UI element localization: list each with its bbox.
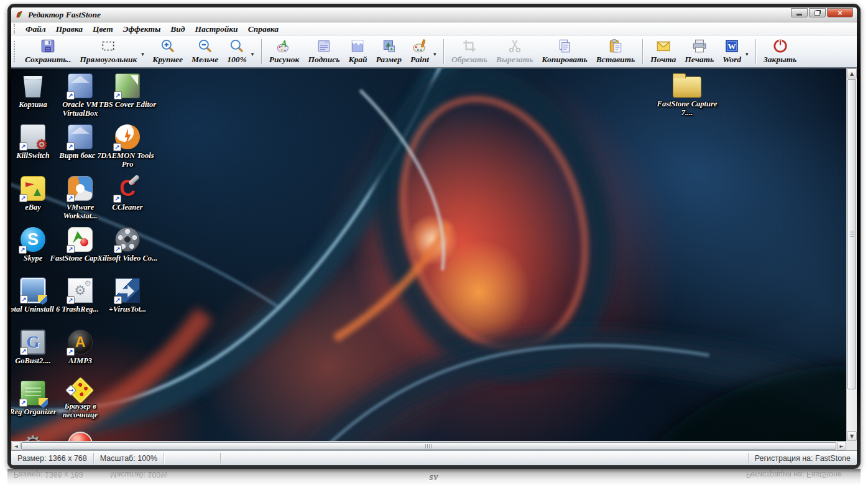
toolbar: Сохранить..Прямоугольник▾КрупнееМельче10… xyxy=(11,35,857,68)
scroll-up-button[interactable]: ▲ xyxy=(847,68,857,78)
toolbar-button-label: Почта xyxy=(650,55,676,65)
toolbar-button-label: Paint xyxy=(410,55,429,65)
menu-item-вид[interactable]: Вид xyxy=(165,24,190,34)
recycle-bin-icon xyxy=(21,73,45,98)
status-separator xyxy=(220,453,221,463)
resize-button[interactable]: Размер xyxy=(372,37,406,67)
dropdown-arrow-icon[interactable]: ▾ xyxy=(746,46,752,57)
shortcut-arrow-icon: ↗ xyxy=(67,91,75,100)
cut-icon xyxy=(507,38,523,54)
horizontal-scroll-track[interactable] xyxy=(21,442,837,450)
shortcut-arrow-icon: ↗ xyxy=(114,91,122,100)
image-canvas[interactable]: Корзина↗Oracle VM VirtualBox↗TBS Cover E… xyxy=(11,68,846,441)
image-viewport: Корзина↗Oracle VM VirtualBox↗TBS Cover E… xyxy=(11,68,857,450)
toolbar-separator xyxy=(642,39,643,64)
edge-icon xyxy=(349,38,366,54)
menu-item-эффекты[interactable]: Эффекты xyxy=(118,24,166,34)
menubar-gripper[interactable] xyxy=(14,24,17,34)
toolbar-button-label: 100% xyxy=(227,55,247,65)
vertical-scroll-track[interactable] xyxy=(847,78,856,431)
vertical-scroll-thumb[interactable] xyxy=(847,79,856,389)
reflected-status-zoom: Масштаб: 100% xyxy=(110,470,167,479)
draw-icon: A xyxy=(276,38,292,54)
icon-glyph: G xyxy=(26,334,39,351)
paint-button[interactable]: Paint xyxy=(406,37,433,67)
word-button[interactable]: WWord xyxy=(718,37,746,67)
shortcut-arrow-icon: ↗ xyxy=(19,194,27,202)
zoom-out-button[interactable]: Мельче xyxy=(187,37,223,67)
menu-item-файл[interactable]: Файл xyxy=(21,24,51,34)
virtualbox-icon: ↗ xyxy=(68,73,93,98)
caption-button[interactable]: Подпись xyxy=(303,37,344,67)
edge-button[interactable]: Край xyxy=(344,37,371,67)
desktop-icon-label: +VirusTot... xyxy=(96,305,159,313)
desktop-icon-label: Xilisoft Video Co... xyxy=(96,254,159,262)
paste-button[interactable]: Вставить xyxy=(592,37,639,67)
rect-select-icon xyxy=(100,38,116,54)
mail-icon xyxy=(655,38,672,54)
shortcut-arrow-icon: ↗ xyxy=(67,142,75,151)
horizontal-scrollbar[interactable]: ◄ ► xyxy=(11,441,846,450)
horizontal-scroll-thumb[interactable] xyxy=(21,442,836,450)
resize-icon xyxy=(381,38,397,54)
dropdown-arrow-icon[interactable]: ▾ xyxy=(141,46,148,57)
desktop-icon-virustotal: ↗+VirusTot... xyxy=(96,278,159,313)
toolbar-button-label: Размер xyxy=(376,55,402,65)
toolbar-gripper[interactable] xyxy=(14,41,17,62)
save-button[interactable]: Сохранить.. xyxy=(21,37,75,67)
scroll-down-button[interactable]: ▼ xyxy=(847,431,857,441)
menu-item-правка[interactable]: Правка xyxy=(51,24,88,34)
shortcut-arrow-icon: ↗ xyxy=(19,246,27,254)
draw-button[interactable]: AРисунок xyxy=(265,37,304,67)
dropdown-arrow-icon[interactable]: ▾ xyxy=(251,46,258,57)
total-uninstall-icon: ↗ xyxy=(21,278,45,303)
maximize-button[interactable] xyxy=(809,8,826,17)
power-button[interactable]: Закрыть xyxy=(759,37,801,67)
rect-select-button[interactable]: Прямоугольник xyxy=(75,37,141,67)
desktop-icon-label: AIMP3 xyxy=(49,356,111,365)
shortcut-arrow-icon: ↗ xyxy=(19,399,27,407)
shortcut-arrow-icon: ↗ xyxy=(19,142,27,151)
zoom-level-button[interactable]: 100% xyxy=(223,37,251,67)
app-icon xyxy=(15,10,24,19)
desktop-icon-label: TBS Cover Editor xyxy=(96,100,159,109)
minimize-button[interactable] xyxy=(791,8,808,17)
desktop-icon-sandbox-browser: ↗Браузер в песочнице xyxy=(49,381,111,420)
scroll-left-button[interactable]: ◄ xyxy=(11,442,21,450)
folder-icon xyxy=(673,77,701,98)
reflected-status-registration: Регистрация на: FastStone xyxy=(746,470,842,479)
xilisoft-icon: ↗ xyxy=(115,227,140,252)
toolbar-group: Сохранить..Прямоугольник▾КрупнееМельче10… xyxy=(21,37,258,67)
toolbar-button-label: Вставить xyxy=(596,55,635,65)
mail-button[interactable]: Почта xyxy=(646,37,680,67)
menu-item-настройки[interactable]: Настройки xyxy=(190,24,243,34)
zoom-level-icon xyxy=(229,38,245,54)
reg-organizer-icon: ↗ xyxy=(21,381,45,406)
close-button[interactable]: × xyxy=(827,8,853,17)
ccleaner-icon: C↗ xyxy=(115,176,140,201)
gear-icon: ⚙↗ xyxy=(21,432,45,441)
screenshot-stage: Редактор FastStone × ФайлПравкаЦветЭффек… xyxy=(0,0,868,487)
menu-item-цвет[interactable]: Цвет xyxy=(88,24,118,34)
status-size: Размер: 1366 x 768 xyxy=(11,454,93,463)
shortcut-arrow-icon: ↗ xyxy=(114,296,122,304)
virustotal-icon: ↗ xyxy=(115,278,140,303)
shortcut-arrow-icon: ↗ xyxy=(113,143,121,151)
shortcut-arrow-icon: ↗ xyxy=(67,194,75,202)
toolbar-button-label: Крупнее xyxy=(152,55,183,65)
desktop-icon-label: DAEMON Tools Pro xyxy=(96,151,159,169)
skype-icon: S↗ xyxy=(21,227,45,252)
zoom-in-button[interactable]: Крупнее xyxy=(148,37,187,67)
copy-button[interactable]: Копировать xyxy=(537,37,591,67)
window-frame: Редактор FastStone × ФайлПравкаЦветЭффек… xyxy=(7,4,861,469)
power-icon xyxy=(772,38,788,54)
print-button[interactable]: Печать xyxy=(680,37,718,67)
dropdown-arrow-icon[interactable]: ▾ xyxy=(433,46,440,57)
paint-icon xyxy=(412,38,428,54)
svg-text:A: A xyxy=(280,39,287,49)
scroll-right-button[interactable]: ► xyxy=(837,442,846,450)
shortcut-arrow-icon: ↗ xyxy=(113,195,121,203)
menu-item-справка[interactable]: Справка xyxy=(243,24,284,34)
shortcut-arrow-icon: ↗ xyxy=(67,245,75,253)
vertical-scrollbar[interactable]: ▲ ▼ xyxy=(846,68,857,441)
